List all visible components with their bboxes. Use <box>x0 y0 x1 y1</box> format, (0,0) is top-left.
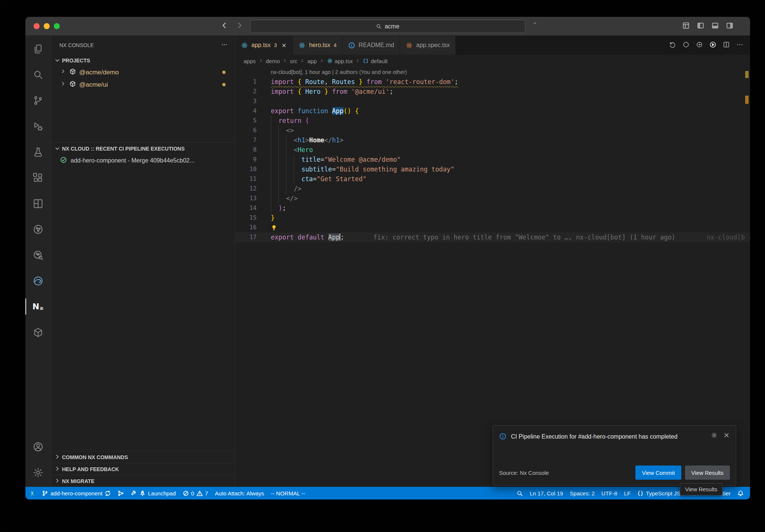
activity-settings-icon[interactable] <box>25 460 51 485</box>
status-indentation[interactable]: Spaces: 2 <box>566 487 598 499</box>
status-vim-mode[interactable]: -- NORMAL -- <box>267 487 309 499</box>
breadcrumb-item-app[interactable]: app <box>307 58 317 64</box>
activity-nx-graph-search-icon[interactable] <box>25 242 51 268</box>
code-line-content[interactable]: title="Welcome @acme/demo" <box>271 155 401 164</box>
code-editor[interactable]: nx-cloud[bot], 1 hour ago | 2 authors (Y… <box>235 67 750 487</box>
code-line-content[interactable]: import { Route, Routes } from 'react-rou… <box>271 77 458 87</box>
activity-explorer-icon[interactable] <box>25 36 51 62</box>
project-row-2[interactable]: @acme/ui <box>51 78 235 91</box>
projects-section-header[interactable]: PROJECTS <box>51 55 235 66</box>
split-editor-icon[interactable] <box>723 41 730 50</box>
status-launchpad[interactable]: Launchpad <box>127 487 179 499</box>
more-actions-icon[interactable] <box>736 41 743 50</box>
code-line-content[interactable]: return ( <box>271 116 309 126</box>
close-window-button[interactable] <box>34 23 40 29</box>
info-icon <box>348 42 355 49</box>
status-encoding[interactable]: UTF-8 <box>598 487 621 499</box>
section-common-nx-commands[interactable]: COMMON NX COMMANDS <box>51 451 235 463</box>
status-text: Launchpad <box>148 490 176 497</box>
more-actions-icon[interactable] <box>221 41 227 49</box>
close-icon[interactable] <box>281 43 287 48</box>
breadcrumb-item-app.tsx[interactable]: app.tsx <box>327 58 353 64</box>
chevron-right-icon[interactable] <box>60 81 66 89</box>
status-notifications-bell[interactable] <box>734 487 747 499</box>
command-center-search[interactable]: acme <box>250 20 526 33</box>
code-line-content[interactable]: } <box>271 213 275 223</box>
toggle-secondary-sidebar-icon[interactable] <box>726 22 734 31</box>
toggle-panel-icon[interactable] <box>711 22 719 31</box>
code-line-content[interactable]: </> <box>271 194 298 203</box>
indent-guide <box>271 116 271 213</box>
customize-layout-icon[interactable] <box>682 22 690 31</box>
forward-icon[interactable] <box>236 22 244 31</box>
activity-search-icon[interactable] <box>25 62 51 87</box>
minimize-window-button[interactable] <box>44 23 50 29</box>
code-line-content[interactable]: ); <box>271 203 286 213</box>
tab-hero.tsx[interactable]: hero.tsx4 <box>293 36 343 55</box>
zoom-window-button[interactable] <box>54 23 60 29</box>
code-line-11: 11 cta="Get Started" <box>235 174 750 184</box>
activity-source-control-icon[interactable] <box>25 87 51 113</box>
section-help-and-feedback[interactable]: HELP AND FEEDBACK <box>51 463 235 475</box>
indent-guide <box>294 155 294 184</box>
status-nx-cloud-status[interactable] <box>114 487 127 499</box>
chevron-right-icon[interactable] <box>60 68 66 76</box>
run-file-icon[interactable] <box>709 41 716 50</box>
code-line-content[interactable] <box>271 223 277 232</box>
activity-run-and-debug-icon[interactable] <box>25 113 51 139</box>
status-text: Auto Attach: Always <box>215 490 264 497</box>
code-line-content[interactable]: subtitle="Build something amazing today" <box>271 164 454 174</box>
breadcrumb-item-apps[interactable]: apps <box>244 58 256 64</box>
status-auto-attach[interactable]: Auto Attach: Always <box>211 487 267 499</box>
code-line-content[interactable]: export function App() { <box>271 106 359 116</box>
circle-icon[interactable] <box>682 41 690 50</box>
activity-testing-icon[interactable] <box>25 139 51 165</box>
status-remote[interactable] <box>25 487 38 499</box>
gear-icon[interactable] <box>711 432 718 440</box>
status-git-branch[interactable]: add-hero-component <box>38 487 114 499</box>
chevron-right-icon <box>258 58 263 64</box>
profile-button[interactable] <box>533 21 537 25</box>
activity-nx-console-icon[interactable]: N≥ <box>25 294 51 319</box>
discard-changes-icon[interactable] <box>669 41 676 50</box>
tab-README.md[interactable]: README.md <box>343 36 400 55</box>
view-results-button[interactable]: View Results <box>685 466 730 480</box>
breadcrumb-item-src[interactable]: src <box>290 58 297 64</box>
activity-nx-cloud-graph-icon[interactable] <box>25 216 51 242</box>
tab-app.spec.tsx[interactable]: app.spec.tsx <box>400 36 456 55</box>
back-icon[interactable] <box>220 22 228 31</box>
code-line-content[interactable]: import { Hero } from '@acme/ui'; <box>271 87 393 96</box>
code-line-content[interactable]: cta="Get Started" <box>271 174 366 184</box>
activity-edge-tools-icon[interactable] <box>25 268 51 294</box>
react-icon <box>298 42 306 49</box>
code-line-content[interactable]: export default App;fix: correct typo in … <box>271 232 675 242</box>
activity-extensions-icon[interactable] <box>25 165 51 191</box>
lightbulb-icon[interactable] <box>271 224 277 231</box>
activity-accounts-icon[interactable] <box>25 434 51 460</box>
activity-dependencies-icon[interactable] <box>25 319 51 345</box>
toggle-sidebar-icon[interactable] <box>697 22 704 31</box>
status-bell-icon <box>737 490 744 497</box>
project-row-1[interactable]: @acme/demo <box>51 66 235 78</box>
status-problems[interactable]: 07 <box>179 487 212 499</box>
status-eol[interactable]: LF <box>621 487 634 499</box>
breadcrumb-item-demo[interactable]: demo <box>266 58 280 64</box>
section-nx-migrate[interactable]: NX MIGRATE <box>51 475 235 487</box>
ci-pipeline-label: add-hero-component - Merge 409b44e5cb02.… <box>71 157 195 164</box>
breadcrumb-item-default[interactable]: default <box>363 58 387 64</box>
code-line-content[interactable]: <h1>Home</h1> <box>271 135 344 145</box>
status-magnifier-icon <box>517 490 523 497</box>
nx-cloud-section-header[interactable]: NX CLOUD :: RECENT CI PIPELINE EXECUTION… <box>51 143 235 154</box>
line-number: 4 <box>235 106 257 116</box>
code-line-8: 8 <Hero <box>235 145 750 155</box>
status-cursor-position[interactable]: Ln 17, Col 19 <box>526 487 566 499</box>
code-line-content[interactable]: <> <box>271 126 294 135</box>
tab-app.tsx[interactable]: app.tsx3 <box>235 36 293 55</box>
activity-project-details-icon[interactable] <box>25 191 51 216</box>
code-line-content[interactable]: <Hero <box>271 145 313 155</box>
status-zoom-indicator[interactable] <box>513 487 526 499</box>
ci-pipeline-row[interactable]: add-hero-component - Merge 409b44e5cb02.… <box>51 154 235 167</box>
circle-arrow-icon[interactable] <box>696 41 703 50</box>
close-icon[interactable] <box>723 432 730 440</box>
view-commit-button[interactable]: View Commit <box>635 466 681 480</box>
